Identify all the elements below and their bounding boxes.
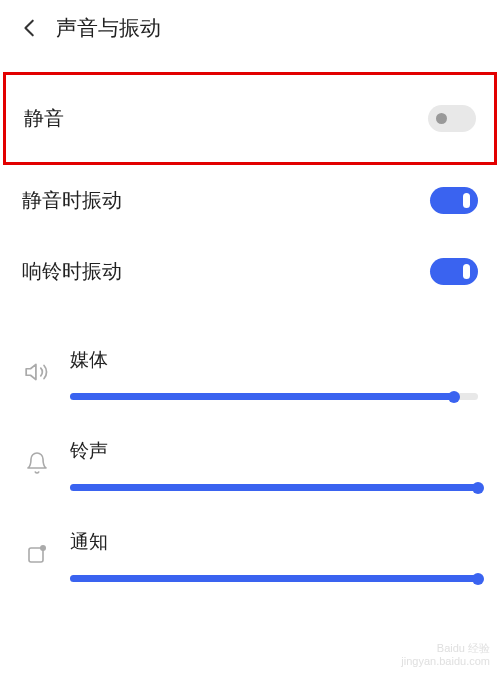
slider-row-ringtone: 铃声 bbox=[22, 438, 478, 491]
highlighted-setting-box: 静音 bbox=[3, 72, 497, 165]
volume-sliders-section: 媒体 铃声 bbox=[0, 347, 500, 582]
watermark-line1: Baidu 经验 bbox=[401, 642, 490, 655]
slider-content-media: 媒体 bbox=[70, 347, 478, 400]
slider-thumb bbox=[472, 482, 484, 494]
header: 声音与振动 bbox=[0, 0, 500, 52]
svg-marker-0 bbox=[26, 364, 36, 379]
slider-fill bbox=[70, 575, 478, 582]
svg-point-2 bbox=[40, 545, 46, 551]
slider-thumb bbox=[448, 391, 460, 403]
slider-row-media: 媒体 bbox=[22, 347, 478, 400]
slider-content-notification: 通知 bbox=[70, 529, 478, 582]
slider-fill bbox=[70, 393, 454, 400]
slider-fill bbox=[70, 484, 478, 491]
notification-slider[interactable] bbox=[70, 575, 478, 582]
ringtone-label: 铃声 bbox=[70, 438, 478, 464]
notification-label: 通知 bbox=[70, 529, 478, 555]
speaker-icon bbox=[22, 357, 52, 387]
setting-vibrate-on-ring: 响铃时振动 bbox=[0, 236, 500, 307]
mute-toggle[interactable] bbox=[428, 105, 476, 132]
setting-mute: 静音 bbox=[24, 105, 476, 132]
setting-vibrate-on-mute: 静音时振动 bbox=[0, 165, 500, 236]
slider-row-notification: 通知 bbox=[22, 529, 478, 582]
mute-label: 静音 bbox=[24, 105, 64, 132]
watermark-line2: jingyan.baidu.com bbox=[401, 655, 490, 668]
slider-content-ringtone: 铃声 bbox=[70, 438, 478, 491]
toggle-knob bbox=[463, 264, 470, 279]
toggle-knob bbox=[436, 113, 447, 124]
toggle-knob bbox=[463, 193, 470, 208]
media-slider[interactable] bbox=[70, 393, 478, 400]
vibrate-on-mute-toggle[interactable] bbox=[430, 187, 478, 214]
vibrate-on-ring-toggle[interactable] bbox=[430, 258, 478, 285]
notification-icon bbox=[22, 539, 52, 569]
page-title: 声音与振动 bbox=[56, 14, 161, 42]
watermark: Baidu 经验 jingyan.baidu.com bbox=[401, 642, 490, 668]
slider-thumb bbox=[472, 573, 484, 585]
media-label: 媒体 bbox=[70, 347, 478, 373]
back-icon[interactable] bbox=[18, 16, 42, 40]
ringtone-slider[interactable] bbox=[70, 484, 478, 491]
vibrate-on-mute-label: 静音时振动 bbox=[22, 187, 122, 214]
vibrate-on-ring-label: 响铃时振动 bbox=[22, 258, 122, 285]
bell-icon bbox=[22, 448, 52, 478]
